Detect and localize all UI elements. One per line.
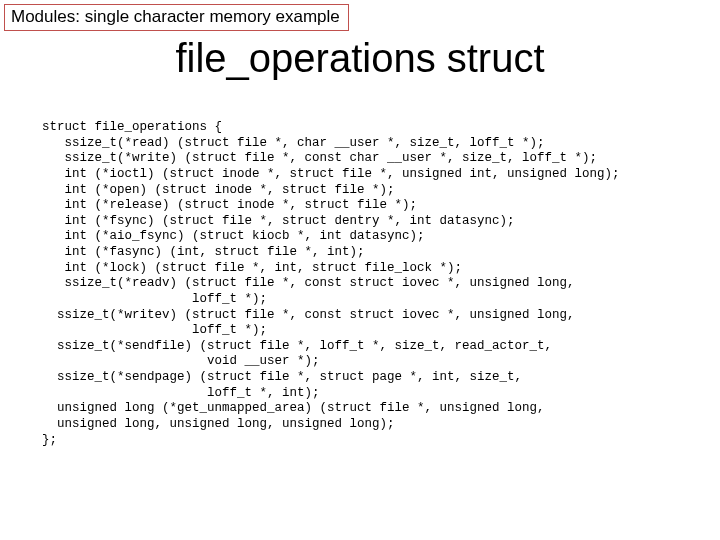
slide-title: file_operations struct xyxy=(0,36,720,81)
module-tag-box: Modules: single character memory example xyxy=(4,4,349,31)
slide: Modules: single character memory example… xyxy=(0,0,720,540)
module-tag-text: Modules: single character memory example xyxy=(11,7,340,26)
code-block: struct file_operations { ssize_t(*read) … xyxy=(42,120,678,448)
